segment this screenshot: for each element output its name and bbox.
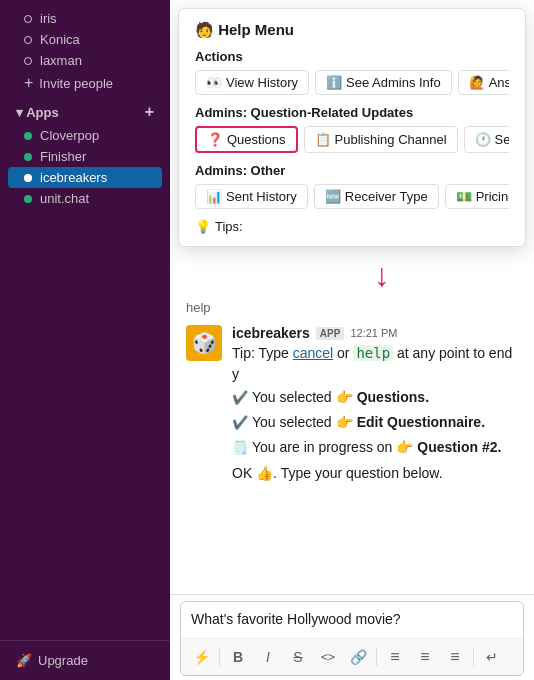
sidebar-item-label: iris bbox=[40, 11, 154, 26]
sidebar-item-label: Cloverpop bbox=[40, 128, 154, 143]
sidebar-item-label: unit.chat bbox=[40, 191, 154, 206]
invite-people-button[interactable]: + Invite people bbox=[8, 71, 162, 95]
checkmark-icon: ✔️ bbox=[232, 411, 248, 434]
bot-message: 🎲 icebreakers APP 12:21 PM Tip: Type can… bbox=[170, 319, 534, 492]
tip-text: Tip: Type bbox=[232, 345, 293, 361]
add-app-icon[interactable]: + bbox=[145, 103, 154, 121]
action-buttons-row: 👀 View History ℹ️ See Admins Info 🙋 Answ… bbox=[195, 70, 509, 95]
message-header: icebreakers APP 12:21 PM bbox=[232, 325, 518, 341]
down-arrow-icon: ↓ bbox=[374, 257, 390, 294]
view-history-button[interactable]: 👀 View History bbox=[195, 70, 309, 95]
questions-label: Questions bbox=[227, 132, 286, 147]
admins-other-label: Admins: Other bbox=[195, 163, 509, 178]
help-menu-popup: 🧑 Help Menu Actions 👀 View History ℹ️ Se… bbox=[178, 8, 526, 247]
help-link[interactable]: help bbox=[353, 345, 393, 361]
publishing-channel-button[interactable]: 📋 Publishing Channel bbox=[304, 126, 458, 153]
chat-input-box: What's favorite Hollywood movie? ⚡ B I S… bbox=[180, 601, 524, 676]
ok-message: OK 👍. Type your question below. bbox=[232, 461, 518, 486]
avatar: 🎲 bbox=[186, 325, 222, 361]
sendout-time-label: Sendout Time bbox=[495, 132, 509, 147]
unordered-list-button[interactable]: ≡ bbox=[411, 643, 439, 671]
actions-label: Actions bbox=[195, 49, 509, 64]
sidebar-item-laxman[interactable]: laxman bbox=[8, 50, 162, 71]
receiver-type-button[interactable]: 🆕 Receiver Type bbox=[314, 184, 439, 209]
lightning-icon: ⚡ bbox=[193, 649, 210, 665]
app-status-dot-icon bbox=[24, 132, 32, 140]
chat-input-area: What's favorite Hollywood movie? ⚡ B I S… bbox=[170, 594, 534, 680]
indent-button[interactable]: ≡ bbox=[441, 643, 469, 671]
sendout-time-button[interactable]: 🕐 Sendout Time bbox=[464, 126, 509, 153]
italic-icon: I bbox=[266, 649, 270, 665]
selected-questions: ✔️ You selected 👉 Questions. bbox=[232, 385, 518, 410]
return-icon: ↵ bbox=[486, 649, 498, 665]
person-icon: 🧑 bbox=[195, 21, 214, 38]
rocket-icon: 🚀 bbox=[16, 653, 32, 668]
apps-section-label: ▾ Apps bbox=[16, 105, 59, 120]
strikethrough-button[interactable]: S bbox=[284, 643, 312, 671]
see-admins-info-button[interactable]: ℹ️ See Admins Info bbox=[315, 70, 452, 95]
questions-button[interactable]: ❓ Questions bbox=[195, 126, 298, 153]
app-status-dot-icon bbox=[24, 174, 32, 182]
sidebar-item-label: laxman bbox=[40, 53, 154, 68]
new-icon: 🆕 bbox=[325, 189, 341, 204]
sidebar-item-iris[interactable]: iris bbox=[8, 8, 162, 29]
channel-dot-icon bbox=[24, 36, 32, 44]
invite-people-label: Invite people bbox=[39, 76, 113, 91]
sidebar-item-konica[interactable]: Konica bbox=[8, 29, 162, 50]
tip-middle: or bbox=[333, 345, 353, 361]
cancel-link[interactable]: cancel bbox=[293, 345, 333, 361]
ordered-list-button[interactable]: ≡ bbox=[381, 643, 409, 671]
dollar-icon: 💵 bbox=[456, 189, 472, 204]
chat-input-toolbar: ⚡ B I S <> 🔗 ≡ ≡ ≡ ↵ bbox=[181, 638, 523, 675]
pricing-button[interactable]: 💵 Pricing bbox=[445, 184, 509, 209]
code-icon: <> bbox=[321, 650, 335, 664]
question-mark-icon: ❓ bbox=[207, 132, 223, 147]
upgrade-button[interactable]: 🚀 Upgrade bbox=[8, 649, 162, 672]
app-status-dot-icon bbox=[24, 153, 32, 161]
bold-button[interactable]: B bbox=[224, 643, 252, 671]
pointing-icon: 👉 bbox=[396, 435, 413, 460]
message-content: icebreakers APP 12:21 PM Tip: Type cance… bbox=[232, 325, 518, 486]
in-progress-text: You are in progress on bbox=[252, 435, 392, 460]
selected-text: You selected bbox=[252, 410, 332, 435]
publishing-channel-label: Publishing Channel bbox=[335, 132, 447, 147]
pricing-label: Pricing bbox=[476, 189, 509, 204]
pointing-icon: 👉 bbox=[336, 385, 353, 410]
answer-questions-button[interactable]: 🙋 Answer Questions bbox=[458, 70, 509, 95]
checkmark-icon: ✔️ bbox=[232, 386, 248, 409]
other-buttons-row: 📊 Sent History 🆕 Receiver Type 💵 Pricing… bbox=[195, 184, 509, 209]
chat-area[interactable]: help 🎲 icebreakers APP 12:21 PM Tip: Typ… bbox=[170, 296, 534, 594]
pointing-icon: 👉 bbox=[336, 410, 353, 435]
chat-input-field[interactable]: What's favorite Hollywood movie? bbox=[181, 602, 523, 638]
sidebar-item-finisher[interactable]: Finisher bbox=[8, 146, 162, 167]
receiver-type-label: Receiver Type bbox=[345, 189, 428, 204]
sidebar-item-cloverpop[interactable]: Cloverpop bbox=[8, 125, 162, 146]
sidebar: iris Konica laxman + Invite people ▾ App… bbox=[0, 0, 170, 680]
italic-button[interactable]: I bbox=[254, 643, 282, 671]
sidebar-item-icebreakers[interactable]: icebreakers bbox=[8, 167, 162, 188]
bold-icon: B bbox=[233, 649, 243, 665]
link-button[interactable]: 🔗 bbox=[344, 643, 372, 671]
question-updates-label: Admins: Question-Related Updates bbox=[195, 105, 509, 120]
sidebar-item-label: Konica bbox=[40, 32, 154, 47]
sent-history-button[interactable]: 📊 Sent History bbox=[195, 184, 308, 209]
clock-icon: 🕐 bbox=[475, 132, 491, 147]
see-admins-info-label: See Admins Info bbox=[346, 75, 441, 90]
ordered-list-icon: ≡ bbox=[390, 648, 399, 666]
sender-name: icebreakers bbox=[232, 325, 310, 341]
return-button[interactable]: ↵ bbox=[478, 643, 506, 671]
code-button[interactable]: <> bbox=[314, 643, 342, 671]
questions-bold: Questions. bbox=[357, 385, 429, 410]
app-badge: APP bbox=[316, 327, 345, 340]
apps-section-header[interactable]: ▾ Apps + bbox=[8, 95, 162, 125]
lightning-bolt-button[interactable]: ⚡ bbox=[187, 643, 215, 671]
strikethrough-icon: S bbox=[293, 649, 302, 665]
tips-row: 💡 Tips: bbox=[195, 219, 509, 234]
plus-icon: + bbox=[24, 74, 33, 92]
unordered-list-icon: ≡ bbox=[420, 648, 429, 666]
sidebar-item-label: Finisher bbox=[40, 149, 154, 164]
chart-icon: 📊 bbox=[206, 189, 222, 204]
sidebar-item-label: icebreakers bbox=[40, 170, 154, 185]
sidebar-item-unit-chat[interactable]: unit.chat bbox=[8, 188, 162, 209]
bulb-icon: 💡 bbox=[195, 219, 211, 234]
